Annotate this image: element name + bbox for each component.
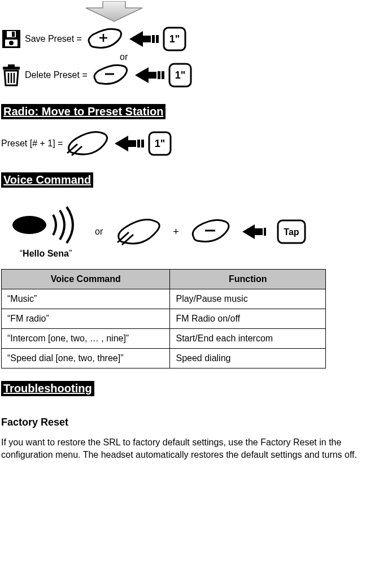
table-header-cmd: Voice Command bbox=[2, 270, 170, 289]
left-arrow-icon bbox=[134, 66, 164, 84]
svg-marker-8 bbox=[129, 31, 151, 47]
one-second-button: 1" bbox=[168, 62, 193, 88]
tap-button: Tap bbox=[276, 219, 307, 245]
svg-marker-19 bbox=[135, 67, 156, 83]
radio-section-heading: Radio: Move to Preset Station bbox=[1, 104, 165, 119]
svg-rect-20 bbox=[158, 71, 160, 79]
save-preset-label: Save Preset = bbox=[25, 34, 82, 44]
delete-preset-label: Delete Preset = bbox=[25, 70, 88, 80]
left-arrow-icon bbox=[114, 135, 144, 153]
table-row: “FM radio” FM Radio on/off bbox=[2, 309, 326, 329]
save-preset-row: Save Preset = 1" bbox=[1, 26, 187, 52]
svg-marker-35 bbox=[242, 224, 263, 239]
save-icon bbox=[1, 29, 21, 49]
svg-text:1": 1" bbox=[169, 33, 180, 45]
svg-rect-13 bbox=[8, 64, 15, 67]
speak-icon bbox=[9, 205, 82, 244]
left-arrow-icon bbox=[128, 30, 159, 48]
svg-marker-0 bbox=[86, 1, 142, 21]
preset-move-row: Preset [# + 1] = 1" bbox=[1, 131, 391, 157]
or-label: or bbox=[95, 227, 103, 237]
preset-move-label: Preset [# + 1] = bbox=[1, 138, 63, 149]
svg-rect-28 bbox=[141, 140, 144, 148]
table-row: “Music” Play/Pause music bbox=[2, 289, 326, 309]
factory-reset-body: If you want to restore the SRL to factor… bbox=[1, 436, 391, 461]
voice-command-row: “Hello Sena” or + Tap bbox=[1, 205, 391, 259]
svg-rect-36 bbox=[264, 228, 266, 236]
tap-plus-button-icon bbox=[66, 131, 110, 157]
hello-sena-label: “Hello Sena” bbox=[20, 249, 72, 259]
svg-rect-14 bbox=[3, 67, 20, 70]
svg-rect-9 bbox=[152, 35, 155, 43]
voice-command-table: Voice Command Function “Music” Play/Paus… bbox=[1, 269, 326, 368]
trash-icon bbox=[1, 64, 21, 86]
minus-button-icon bbox=[189, 218, 233, 245]
svg-rect-10 bbox=[156, 35, 159, 43]
svg-rect-27 bbox=[137, 140, 140, 148]
plus-button-icon bbox=[85, 27, 125, 51]
svg-point-5 bbox=[9, 41, 14, 45]
factory-reset-heading: Factory Reset bbox=[1, 417, 391, 428]
plus-sign: + bbox=[173, 226, 179, 238]
or-label: or bbox=[120, 52, 128, 62]
svg-rect-4 bbox=[12, 32, 15, 37]
one-second-button: 1" bbox=[147, 131, 172, 157]
left-arrow-icon bbox=[241, 223, 268, 240]
svg-text:1": 1" bbox=[155, 138, 165, 149]
svg-text:Tap: Tap bbox=[284, 227, 299, 237]
table-header-func: Function bbox=[170, 270, 326, 289]
svg-marker-26 bbox=[115, 136, 136, 151]
table-row: “Speed dial [one, two, three]” Speed dia… bbox=[2, 349, 326, 368]
tap-plus-button-icon bbox=[115, 218, 163, 246]
down-arrow-graphic bbox=[1, 1, 391, 23]
table-row: “Intercom [one, two, … , nine]” Start/En… bbox=[2, 329, 326, 349]
svg-rect-21 bbox=[162, 71, 164, 79]
one-second-button: 1" bbox=[162, 26, 187, 52]
troubleshooting-heading: Troubleshooting bbox=[1, 381, 94, 396]
minus-button-icon bbox=[91, 63, 130, 88]
voice-command-heading: Voice Command bbox=[1, 172, 93, 188]
svg-text:1": 1" bbox=[175, 70, 185, 81]
delete-preset-row: Delete Preset = 1" bbox=[1, 62, 193, 88]
